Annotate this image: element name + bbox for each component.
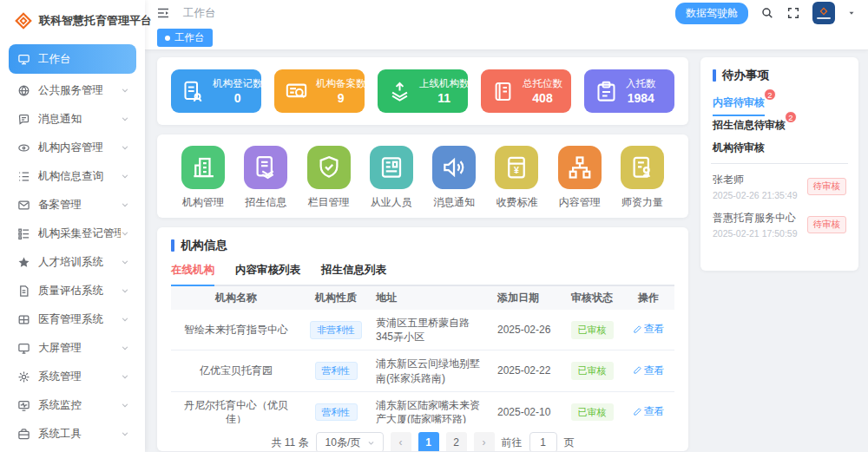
todo-item[interactable]: 张老师 2025-02-26 21:35:49 待审核 xyxy=(713,173,846,200)
stat-card-online[interactable]: 上线机构数 11 xyxy=(378,69,468,113)
sidebar-item-notifications[interactable]: 消息通知 xyxy=(9,105,136,133)
stat-value: 11 xyxy=(437,91,450,105)
org-address: 浦东新区云间绿地别墅南(张家浜路南) xyxy=(371,357,492,384)
org-address: 浦东新区陆家嘴未来资产大厦(陆家嘴环路) xyxy=(371,398,492,423)
org-info-panel: 机构信息 在线机构 内容审核列表 招生信息列表 机构名称 机构性质 地址 添加日… xyxy=(157,227,688,451)
main-column: 机构登记数 0 机构备案数 9 上线机构 xyxy=(157,57,688,452)
sidebar-item-quality-eval[interactable]: 质量评估系统 xyxy=(9,277,136,305)
page-size-select[interactable]: 10条/页 xyxy=(316,432,384,451)
app-title: 联科智慧托育管理平台 xyxy=(39,13,152,29)
table-row[interactable]: 丹尼尔托育中心（优贝佳） 营利性 浦东新区陆家嘴未来资产大厦(陆家嘴环路) 20… xyxy=(171,392,674,423)
tab-org-pending[interactable]: 机构待审核 xyxy=(713,139,765,161)
tag-workbench[interactable]: 工作台 xyxy=(157,29,213,47)
sidebar-item-system-admin[interactable]: 系统管理 xyxy=(9,363,136,390)
sidebar-item-org-content[interactable]: 机构内容管理 xyxy=(9,134,136,161)
fullscreen-icon[interactable] xyxy=(786,6,800,20)
tab-enrollment-pending[interactable]: 招生信息待审核 2 xyxy=(713,116,786,139)
sitemap-icon xyxy=(567,154,593,180)
sidebar-item-medical-care[interactable]: 医育管理系统 xyxy=(9,305,136,333)
stat-card-filed[interactable]: 机构备案数 9 xyxy=(274,69,365,113)
stat-card-enrolled[interactable]: 入托数 1984 xyxy=(584,69,674,113)
org-type-badge: 营利性 xyxy=(315,362,358,380)
page-button-1[interactable]: 1 xyxy=(418,432,439,451)
stat-card-slots[interactable]: 总托位数 408 xyxy=(481,69,571,113)
bell-icon xyxy=(17,113,30,126)
stat-label: 机构登记数 xyxy=(213,77,263,90)
sidebar-item-filing[interactable]: 备案管理 xyxy=(9,191,136,219)
globe-icon xyxy=(17,84,30,97)
quick-link-notifications[interactable]: 消息通知 xyxy=(429,146,479,210)
data-cockpit-button[interactable]: 数据驾驶舱 xyxy=(675,3,748,24)
app-window: 联科智慧托育管理平台 工作台 公共服务管理 消息通知 机构内容管理 xyxy=(0,0,868,452)
org-info-title: 机构信息 xyxy=(171,238,674,253)
logo-diamond-icon xyxy=(14,11,33,30)
todo-timestamp: 2025-02-26 21:35:49 xyxy=(713,190,798,200)
collect-icon xyxy=(17,227,30,240)
quick-link-content-management[interactable]: 内容管理 xyxy=(555,146,605,210)
view-link[interactable]: 查看 xyxy=(633,322,665,336)
pending-badge: 待审核 xyxy=(807,178,847,195)
view-link[interactable]: 查看 xyxy=(633,364,665,377)
quick-link-teaching-staff[interactable]: 师资力量 xyxy=(617,146,667,210)
doc-icon xyxy=(17,285,30,298)
stat-card-registered[interactable]: 机构登记数 0 xyxy=(171,69,261,113)
chevron-down-icon xyxy=(121,143,129,152)
sidebar-collapse-icon[interactable] xyxy=(155,5,171,21)
sidebar-item-talent-training[interactable]: 人才培训系统 xyxy=(9,248,136,276)
chevron-down-icon xyxy=(121,429,129,438)
app-logo: 联科智慧托育管理平台 xyxy=(0,0,145,39)
page-jump-input[interactable] xyxy=(529,432,557,451)
chevron-down-icon xyxy=(367,439,375,447)
sidebar-item-collection[interactable]: 机构采集登记管理 xyxy=(9,219,136,247)
breadcrumb[interactable]: 工作台 xyxy=(183,6,216,21)
table-row[interactable]: 智绘未来托育指导中心 非营利性 黄浦区五里桥蒙自路345弄小区 2025-02-… xyxy=(171,310,674,350)
page-button-2[interactable]: 2 xyxy=(446,432,467,451)
quick-link-fee-standards[interactable]: ¥ 收费标准 xyxy=(491,146,542,210)
quick-link-enrollment-info[interactable]: 招生信息 xyxy=(240,146,291,210)
sidebar-item-big-screen[interactable]: 大屏管理 xyxy=(9,334,136,362)
quick-link-column-management[interactable]: 栏目管理 xyxy=(304,146,354,210)
sidebar-item-workbench[interactable]: 工作台 xyxy=(9,44,136,74)
search-icon[interactable] xyxy=(760,6,774,20)
user-menu-caret-icon[interactable] xyxy=(847,9,856,17)
tab-online-orgs[interactable]: 在线机构 xyxy=(171,263,214,285)
table-row[interactable]: 亿优宝贝托育园 营利性 浦东新区云间绿地别墅南(张家浜路南) 2025-02-2… xyxy=(171,350,674,391)
view-link[interactable]: 查看 xyxy=(633,404,665,418)
quick-links-panel: 机构管理 招生信息 栏目管理 从业人员 xyxy=(157,134,688,218)
tab-enrollment-info-list[interactable]: 招生信息列表 xyxy=(321,263,386,285)
sidebar-item-org-query[interactable]: 机构信息查询 xyxy=(9,162,136,190)
tab-content-pending[interactable]: 内容待审核 2 xyxy=(713,94,765,116)
chevron-down-icon xyxy=(121,286,129,295)
quick-link-practitioners[interactable]: 从业人员 xyxy=(366,146,417,210)
stat-value: 0 xyxy=(234,91,241,105)
tag-active-dot xyxy=(165,36,170,41)
building-icon xyxy=(190,154,216,180)
doc-stack-icon xyxy=(253,154,279,180)
grid-icon xyxy=(17,313,30,326)
quick-link-org-management[interactable]: 机构管理 xyxy=(178,146,228,210)
sidebar-item-public-service[interactable]: 公共服务管理 xyxy=(9,76,136,104)
dashboard-icon xyxy=(17,53,30,66)
tab-content-review-list[interactable]: 内容审核列表 xyxy=(235,263,300,285)
topbar-actions: 数据驾驶舱 xyxy=(675,2,856,24)
sidebar-item-system-monitor[interactable]: 系统监控 xyxy=(9,391,136,419)
prev-page-button[interactable]: ‹ xyxy=(391,432,411,451)
mail-icon xyxy=(17,199,30,212)
chevron-down-icon xyxy=(121,372,129,381)
stat-label: 上线机构数 xyxy=(419,77,470,90)
status-badge: 已审核 xyxy=(571,321,614,339)
chevron-down-icon xyxy=(121,401,129,409)
chevron-down-icon xyxy=(121,172,129,180)
sidebar-item-system-tools[interactable]: 系统工具 xyxy=(9,420,136,448)
top-header: 工作台 数据驾驶舱 xyxy=(145,0,868,26)
tools-icon xyxy=(17,428,30,441)
user-avatar[interactable] xyxy=(812,2,835,24)
todo-item[interactable]: 普惠托育服务中心 2025-02-21 17:50:59 待审核 xyxy=(713,211,846,239)
edit-icon xyxy=(633,407,642,416)
chevron-down-icon xyxy=(121,229,129,238)
todo-name: 张老师 xyxy=(713,173,798,187)
id-doc-icon xyxy=(378,154,404,180)
stats-panel: 机构登记数 0 机构备案数 9 上线机构 xyxy=(157,57,688,125)
next-page-button[interactable]: › xyxy=(474,432,495,451)
upload-stack-icon xyxy=(388,80,411,103)
